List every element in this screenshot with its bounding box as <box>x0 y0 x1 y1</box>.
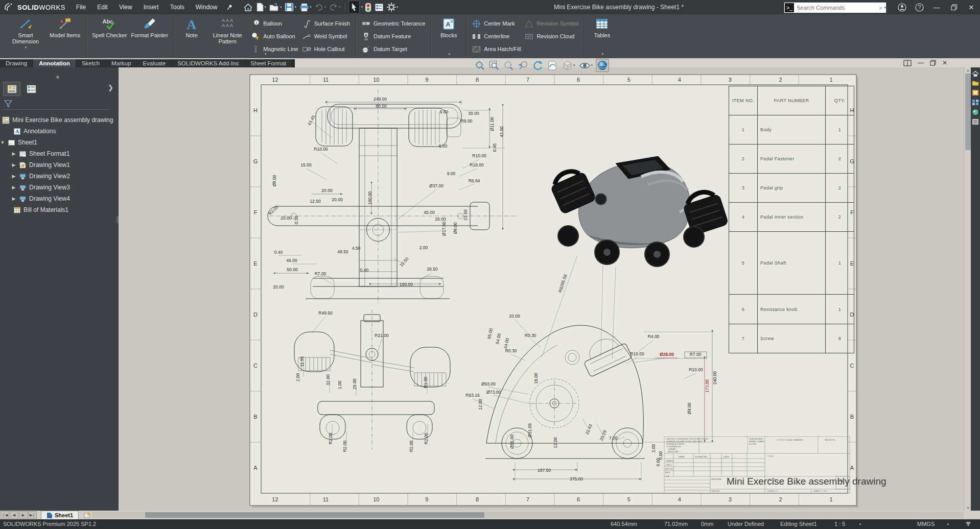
tree-item-root[interactable]: Mini Exercise Bike assembly drawing <box>0 114 119 126</box>
tree-item-drawing-view4[interactable]: ▶ Drawing View4 <box>0 193 119 204</box>
sheet1-tab[interactable]: Sheet1 <box>41 511 79 520</box>
tables-button[interactable]: Tables ▾ <box>588 16 616 38</box>
blocks-button[interactable]: A Blocks ▾ <box>435 16 462 38</box>
save-button[interactable]: ▾ <box>284 1 297 13</box>
note-button[interactable]: A Note <box>178 16 205 38</box>
weld-symbol-button[interactable]: Weld Symbol <box>302 32 350 41</box>
taskpane-file-explorer-icon[interactable] <box>972 89 979 96</box>
pin-menubar-icon[interactable] <box>227 4 233 10</box>
zoom-to-fit-button[interactable] <box>474 59 486 71</box>
pane-split-icon[interactable] <box>903 60 912 66</box>
linear-note-pattern-button[interactable]: AAA AAA Linear Note Pattern ▾ <box>205 16 249 44</box>
select-tool-button[interactable] <box>348 1 360 14</box>
magnifier-button[interactable] <box>503 59 515 71</box>
last-sheet-button[interactable]: ▶❘ <box>28 511 37 519</box>
new-document-dropdown[interactable]: ▾ <box>264 5 266 9</box>
smart-dimension-dropdown[interactable]: ▾ <box>25 44 27 51</box>
tree-filter[interactable] <box>2 98 109 110</box>
doc-minimize-button[interactable]: — <box>918 59 924 66</box>
rotate-view-button[interactable] <box>532 59 544 71</box>
surface-finish-button[interactable]: Surface Finish <box>302 19 350 28</box>
options-button[interactable]: ▾ <box>386 1 400 13</box>
tree-item-drawing-view1[interactable]: ▶ Drawing View1 <box>0 159 119 171</box>
first-sheet-button[interactable]: ❘◀ <box>1 511 9 519</box>
status-tag-icon[interactable] <box>965 521 972 527</box>
vertical-scroll-thumb[interactable] <box>965 74 971 150</box>
doc-restore-icon[interactable] <box>930 60 936 66</box>
restore-button[interactable] <box>945 0 963 14</box>
tables-dropdown[interactable]: ▾ <box>602 51 604 57</box>
display-style-dropdown[interactable]: ▾ <box>573 63 575 67</box>
horizontal-scroll-thumb[interactable] <box>145 512 484 518</box>
display-style-button[interactable]: ▾ <box>562 59 576 71</box>
balloon-button[interactable]: 1 Balloon <box>251 19 298 28</box>
redo-button[interactable]: ▾ <box>328 1 342 13</box>
taskpane-appearances-icon[interactable] <box>972 109 979 115</box>
magnetic-line-button[interactable]: Magnetic Line <box>251 44 298 54</box>
linear-note-pattern-dropdown[interactable]: ▾ <box>265 51 267 57</box>
tree-item-sheet1[interactable]: ▼ Sheet1 <box>0 137 119 148</box>
new-document-button[interactable]: ▾ <box>255 1 267 13</box>
hole-callout-button[interactable]: Hole Callout <box>302 44 350 54</box>
select-tool-dropdown[interactable]: ▾ <box>361 5 363 9</box>
status-units[interactable]: MMGS <box>917 521 935 527</box>
previous-sheet-button[interactable]: ◀ <box>10 511 18 519</box>
blocks-dropdown[interactable]: ▾ <box>449 51 451 57</box>
open-button[interactable]: ▾ <box>268 1 283 13</box>
menu-view[interactable]: View <box>113 4 138 11</box>
collapse-arrow-icon[interactable]: ▶ <box>11 151 16 156</box>
minimize-button[interactable]: — <box>928 0 945 14</box>
previous-view-button[interactable] <box>517 59 529 71</box>
menu-window[interactable]: Window <box>190 4 223 11</box>
panel-drag-handle[interactable] <box>56 76 59 79</box>
undo-dropdown[interactable]: ▾ <box>324 5 326 9</box>
interference-check-button[interactable] <box>364 1 372 13</box>
graphics-area[interactable]: UNLESS OTHERWISE SPECIFIED:DIMENSIONS AR… <box>119 67 980 511</box>
status-sheet-scale[interactable]: 1 : 5 <box>834 521 845 527</box>
area-hatch-button[interactable]: Area Hatch/Fill <box>472 44 521 54</box>
auto-balloon-button[interactable]: Auto Balloon <box>251 32 298 41</box>
account-button[interactable] <box>893 0 911 14</box>
tree-item-annotations[interactable]: A Annotations <box>0 126 119 137</box>
hide-show-items-dropdown[interactable]: ▾ <box>591 63 593 67</box>
panel-collapse-chevron[interactable]: ❯ <box>108 84 113 91</box>
redo-dropdown[interactable]: ▾ <box>339 5 341 9</box>
print-dropdown[interactable]: ▾ <box>310 5 312 9</box>
doc-close-button[interactable]: ✕ <box>942 59 947 66</box>
spell-checker-button[interactable]: Abc Spell Checker <box>90 16 129 38</box>
help-button[interactable]: ? <box>911 0 928 14</box>
collapse-arrow-icon[interactable]: ▶ <box>11 174 16 179</box>
menu-file[interactable]: File <box>71 4 91 11</box>
menu-edit[interactable]: Edit <box>91 4 113 11</box>
expand-arrow-icon[interactable]: ▼ <box>0 140 5 145</box>
menu-insert[interactable]: Insert <box>138 4 165 11</box>
collapse-arrow-icon[interactable]: ▶ <box>11 196 16 201</box>
save-dropdown[interactable]: ▾ <box>294 5 296 9</box>
search-icon[interactable]: ⌕ <box>879 4 884 11</box>
horizontal-scrollbar[interactable] <box>92 512 964 518</box>
3d-drawing-view-button[interactable] <box>547 59 559 71</box>
undo-button[interactable]: ▾ <box>313 1 327 13</box>
taskpane-view-palette-icon[interactable] <box>972 99 979 106</box>
open-dropdown[interactable]: ▾ <box>280 5 282 9</box>
view-settings-button[interactable] <box>596 59 609 72</box>
options-dropdown[interactable]: ▾ <box>396 5 399 9</box>
home-button[interactable] <box>242 1 254 13</box>
centerline-button[interactable]: Centerline <box>472 32 521 41</box>
search-dropdown[interactable]: ▾ <box>884 6 886 10</box>
tree-item-sheet-format1[interactable]: ▶ Sheet Format1 <box>0 148 119 159</box>
close-button[interactable]: ✕ <box>963 0 980 14</box>
tree-item-drawing-view2[interactable]: ▶ Drawing View2 <box>0 171 119 182</box>
search-commands-box[interactable]: >_ ⌕ ▾ <box>784 2 886 13</box>
taskpane-design-library-icon[interactable] <box>972 80 979 86</box>
zoom-to-area-button[interactable] <box>488 59 500 71</box>
revision-cloud-button[interactable]: Revision Cloud <box>525 32 578 41</box>
geometric-tolerance-button[interactable]: 0.1 Geometric Tolerance <box>362 19 425 28</box>
tree-item-drawing-view3[interactable]: ▶ Drawing View3 <box>0 182 119 193</box>
center-mark-button[interactable]: Center Mark <box>472 19 521 28</box>
feature-tree-tab[interactable] <box>3 82 20 96</box>
tree-item-bill-of-materials[interactable]: Bill of Materials1 <box>0 204 119 215</box>
collapse-arrow-icon[interactable]: ▶ <box>11 185 16 190</box>
hide-show-items-button[interactable]: ▾ <box>578 59 594 71</box>
collapse-arrow-icon[interactable]: ▶ <box>11 162 16 167</box>
